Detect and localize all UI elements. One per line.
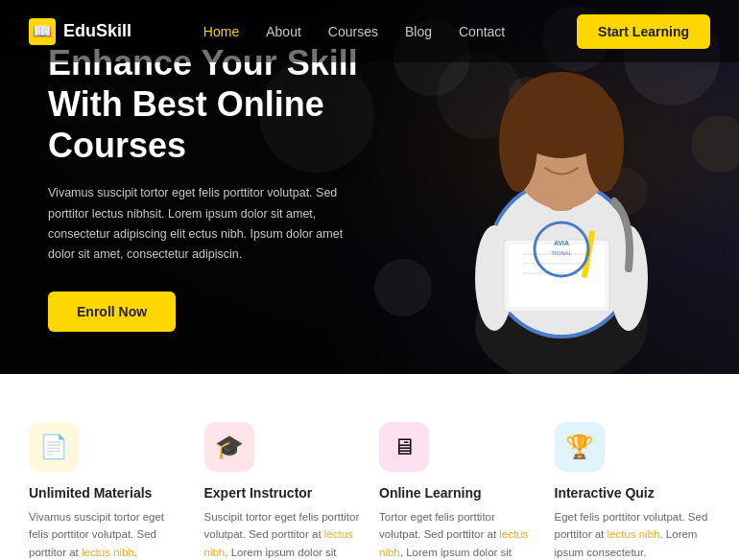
feature-card-0: 📄Unlimited MaterialsVivamus suscipit tor… <box>29 422 185 560</box>
start-learning-button[interactable]: Start Learning <box>577 14 710 49</box>
brand-name: EduSkill <box>63 21 131 41</box>
nav-item-home[interactable]: Home <box>203 23 239 40</box>
navbar: 📖 EduSkill HomeAboutCoursesBlogContact S… <box>0 0 739 62</box>
feature-card-2: 🖥Online LearningTortor eget felis portti… <box>379 422 536 560</box>
enroll-button[interactable]: Enroll Now <box>48 292 176 332</box>
nav-item-about[interactable]: About <box>266 23 301 40</box>
nav-link-contact[interactable]: Contact <box>459 24 505 39</box>
nav-link-home[interactable]: Home <box>203 24 239 39</box>
svg-point-12 <box>585 96 624 192</box>
hero-description: Vivamus suscipit tortor eget felis portt… <box>48 183 365 265</box>
svg-text:TIONAL: TIONAL <box>551 250 572 256</box>
feature-title-2: Online Learning <box>379 485 536 501</box>
feature-title-3: Interactive Quiz <box>555 485 711 501</box>
feature-icon-0: 📄 <box>29 422 79 472</box>
feature-title-0: Unlimited Materials <box>29 485 185 501</box>
feature-title-1: Expert Instructor <box>204 485 361 501</box>
feature-icon-3: 🏆 <box>555 422 605 472</box>
feature-icon-2: 🖥 <box>379 422 429 472</box>
nav-link-blog[interactable]: Blog <box>405 24 432 39</box>
nav-link-courses[interactable]: Courses <box>328 24 378 39</box>
feature-card-1: 🎓Expert InstructorSuscipit tortor eget f… <box>204 422 361 560</box>
hero-content: Enhance Your Skill With Best Online Cour… <box>0 42 413 333</box>
features-section: 📄Unlimited MaterialsVivamus suscipit tor… <box>0 374 739 560</box>
feature-desc-0: Vivamus suscipit tortor eget felis portt… <box>29 508 185 560</box>
feature-icon-1: 🎓 <box>204 422 254 472</box>
feature-desc-2: Tortor eget felis porttitor volutpat. Se… <box>379 508 536 560</box>
svg-point-2 <box>691 115 739 173</box>
logo: 📖 EduSkill <box>29 18 131 45</box>
nav-item-contact[interactable]: Contact <box>459 23 505 40</box>
svg-point-11 <box>499 96 537 192</box>
nav-links: HomeAboutCoursesBlogContact <box>203 23 505 40</box>
nav-link-about[interactable]: About <box>266 24 301 39</box>
feature-desc-1: Suscipit tortor eget felis porttitor vol… <box>204 508 361 560</box>
logo-icon: 📖 <box>29 18 56 45</box>
nav-item-courses[interactable]: Courses <box>328 23 378 40</box>
svg-text:AVIA: AVIA <box>554 240 569 246</box>
feature-desc-3: Eget felis porttitor volutpat. Sed portt… <box>555 508 711 560</box>
feature-card-3: 🏆Interactive QuizEget felis porttitor vo… <box>555 422 711 560</box>
nav-item-blog[interactable]: Blog <box>405 23 432 40</box>
